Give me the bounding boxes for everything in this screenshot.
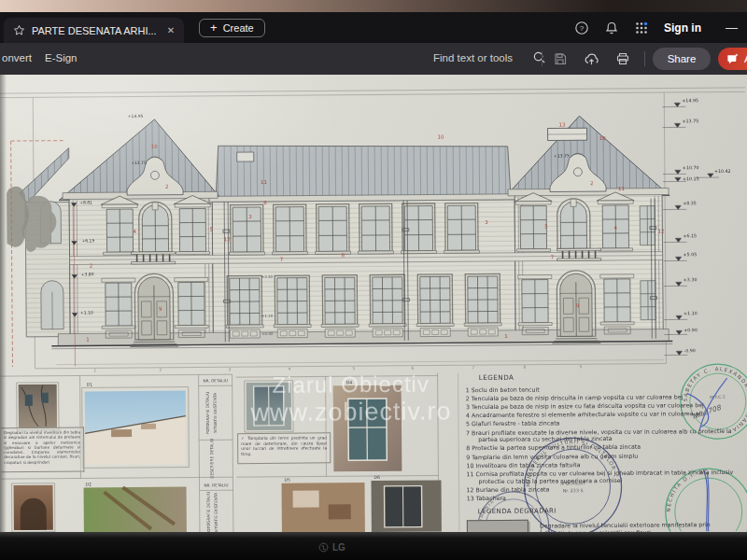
svg-text:+13.75: +13.75 bbox=[554, 153, 570, 158]
drawing-sheet: +14.95 +13.75 +10.70 +10.42 +10.15 +8.35… bbox=[0, 75, 747, 532]
svg-text:+0.90: +0.90 bbox=[684, 328, 698, 332]
lg-logo-icon bbox=[318, 542, 329, 553]
legend-title: LEGENDA bbox=[479, 372, 744, 383]
share-button[interactable]: Share bbox=[653, 48, 711, 70]
svg-text:4: 4 bbox=[613, 225, 617, 231]
svg-text:4: 4 bbox=[133, 229, 136, 234]
axis-labels: 1 2 3 4 5 6 7 8 9 bbox=[56, 360, 663, 373]
photo-edge-shadow bbox=[0, 75, 7, 532]
cloud-upload-icon[interactable] bbox=[584, 51, 599, 66]
svg-text:+13.75: +13.75 bbox=[682, 119, 698, 123]
svg-text:8: 8 bbox=[263, 200, 267, 205]
menu-convert[interactable]: onvert bbox=[2, 52, 32, 63]
ai-assistant-button[interactable]: As bbox=[718, 48, 747, 70]
legend-item: 8 Protectie la partea superioara a tintu… bbox=[466, 442, 744, 452]
side-wing-roof bbox=[20, 148, 69, 203]
notifications-bell-icon[interactable] bbox=[604, 21, 619, 35]
svg-text:3: 3 bbox=[485, 219, 488, 225]
svg-text:+6.15: +6.15 bbox=[683, 233, 697, 238]
svg-text:8: 8 bbox=[524, 365, 527, 370]
legend-block: LEGENDA 1 Soclu din beton tencuit 2 Tenc… bbox=[466, 372, 745, 532]
svg-text:3: 3 bbox=[229, 367, 232, 371]
svg-text:D5: D5 bbox=[284, 478, 290, 483]
svg-text:+1.10: +1.10 bbox=[684, 311, 698, 315]
degradation-description: Degradare la nivelul tencuielii exterioa… bbox=[540, 518, 731, 532]
document-area: +14.95 +13.75 +10.70 +10.42 +10.15 +8.35… bbox=[0, 75, 747, 532]
monitor-screen: PARTE DESENATA ARHI... ✕ + Create ? bbox=[0, 0, 747, 560]
save-icon[interactable] bbox=[553, 51, 568, 66]
svg-text:+3.30: +3.30 bbox=[684, 277, 698, 282]
favorite-star-icon[interactable] bbox=[13, 24, 25, 36]
acrobat-window: PARTE DESENATA ARHI... ✕ + Create ? bbox=[0, 12, 747, 532]
search-icon[interactable] bbox=[532, 50, 546, 64]
svg-text:D1: D1 bbox=[87, 382, 93, 386]
svg-text:3: 3 bbox=[248, 214, 252, 219]
svg-text:5: 5 bbox=[544, 224, 548, 230]
svg-text:SITUATIE EXISTENTA: SITUATIE EXISTENTA bbox=[214, 493, 218, 532]
svg-text:NR. DETALIU: NR. DETALIU bbox=[204, 483, 228, 487]
svg-text:+3.30: +3.30 bbox=[261, 274, 274, 279]
svg-text:5: 5 bbox=[353, 366, 356, 371]
svg-text:11: 11 bbox=[618, 186, 625, 191]
toolbar-divider-2 bbox=[644, 51, 645, 66]
find-input[interactable] bbox=[431, 51, 525, 64]
svg-text:10: 10 bbox=[151, 144, 159, 149]
svg-text:DESCRIERE DETALIU: DESCRIERE DETALIU bbox=[209, 439, 214, 479]
camera-glare-strip bbox=[0, 0, 747, 12]
plus-icon: + bbox=[210, 23, 218, 33]
svg-text:1: 1 bbox=[504, 333, 508, 339]
svg-text:+14.95: +14.95 bbox=[682, 98, 698, 103]
minimize-button[interactable]: — bbox=[726, 21, 738, 35]
svg-text:13: 13 bbox=[558, 121, 566, 127]
svg-text:FOTOGRAFIE DETALIU: FOTOGRAFIE DETALIU bbox=[206, 492, 211, 532]
help-icon[interactable]: ? bbox=[574, 21, 589, 35]
svg-text:7: 7 bbox=[551, 254, 555, 259]
degradation-swatch bbox=[467, 520, 529, 532]
svg-text:9: 9 bbox=[576, 302, 580, 308]
apps-grid-icon[interactable] bbox=[634, 21, 649, 35]
create-button[interactable]: + Create bbox=[199, 19, 265, 37]
legend-item: 7 Brauri profilate executate la diverse … bbox=[466, 427, 744, 444]
svg-text:2: 2 bbox=[160, 368, 162, 372]
svg-text:SITUATIE EXISTENTA: SITUATIE EXISTENTA bbox=[213, 393, 218, 433]
toolbar: onvert E-Sign bbox=[0, 43, 747, 75]
legend-item: 2 Tencuiala pe baza de nisip driscuita i… bbox=[466, 393, 744, 402]
svg-text:12: 12 bbox=[223, 236, 230, 242]
svg-text:+6.15: +6.15 bbox=[81, 238, 94, 243]
sign-in-button[interactable]: Sign in bbox=[664, 21, 701, 35]
tab-title: PARTE DESENATA ARHI... bbox=[32, 25, 157, 36]
tab-bar: PARTE DESENATA ARHI... ✕ + Create ? bbox=[0, 12, 747, 43]
legend-item: 9 Tamplarie din lemn vopsita culoarea al… bbox=[466, 452, 744, 461]
photo-masonry-vegetation bbox=[84, 487, 187, 532]
building-facade bbox=[6, 115, 672, 367]
svg-text:+8.81: +8.81 bbox=[79, 200, 92, 204]
printer-icon[interactable] bbox=[615, 51, 630, 66]
svg-text:+10.70: +10.70 bbox=[683, 165, 699, 170]
svg-text:D4: D4 bbox=[346, 380, 353, 385]
document-tab[interactable]: PARTE DESENATA ARHI... ✕ bbox=[4, 18, 184, 43]
svg-text:+14.95: +14.95 bbox=[128, 114, 144, 119]
menu-esign[interactable]: E-Sign bbox=[45, 52, 78, 63]
legend-item: 10 Invelitoare din tabla zincata faltuit… bbox=[466, 460, 744, 469]
svg-text:7: 7 bbox=[472, 365, 475, 370]
detail-note-joinery: ✓ Tamplaria din lemn prezinta un grad ma… bbox=[237, 432, 331, 464]
legend-item: 1 Soclu din beton tencuit bbox=[466, 385, 744, 394]
svg-text:?: ? bbox=[580, 24, 585, 33]
svg-text:FOTOGRAFIE DETALIU: FOTOGRAFIE DETALIU bbox=[205, 392, 210, 435]
svg-text:+10.15: +10.15 bbox=[683, 176, 699, 181]
svg-text:D6: D6 bbox=[374, 475, 380, 480]
svg-text:2: 2 bbox=[590, 180, 594, 186]
svg-text:9: 9 bbox=[580, 364, 583, 369]
svg-text:+3.80: +3.80 bbox=[81, 272, 94, 276]
svg-text:2: 2 bbox=[165, 184, 169, 189]
tab-close-icon[interactable]: ✕ bbox=[167, 25, 175, 35]
svg-text:+10.42: +10.42 bbox=[714, 169, 731, 174]
svg-text:NR. DETALIU: NR. DETALIU bbox=[204, 378, 228, 383]
find-bar[interactable] bbox=[431, 50, 546, 64]
svg-text:1: 1 bbox=[94, 368, 97, 372]
photo-building-corner bbox=[19, 385, 57, 428]
legend-item: 5 Glafuri ferestre - tabla zincata bbox=[466, 418, 744, 427]
svg-text:+13.75: +13.75 bbox=[131, 161, 147, 165]
roof-middle bbox=[216, 144, 511, 199]
svg-text:±0.00: ±0.00 bbox=[261, 331, 274, 336]
